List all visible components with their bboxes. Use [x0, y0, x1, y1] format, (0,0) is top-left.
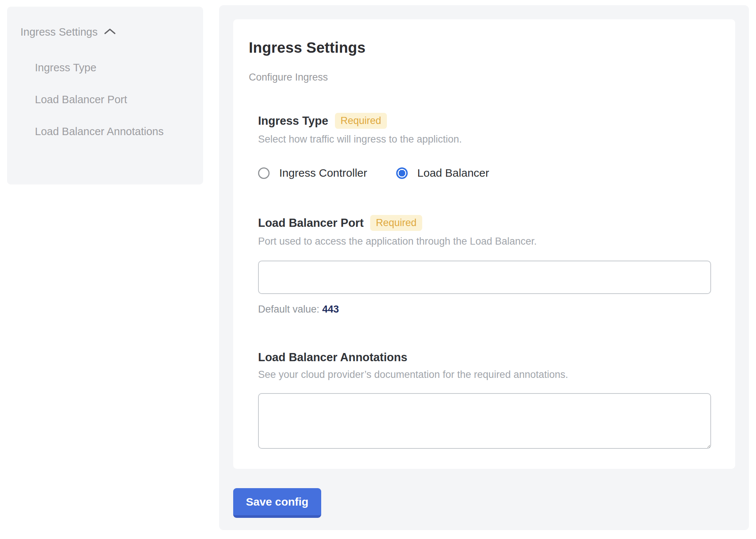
config-card: Ingress Settings Configure Ingress Ingre… — [233, 19, 735, 469]
radio-label: Load Balancer — [417, 167, 489, 179]
section-help-text: See your cloud provider’s documentation … — [258, 369, 735, 380]
sidebar-item-load-balancer-annotations[interactable]: Load Balancer Annotations — [35, 120, 172, 143]
section-load-balancer-port: Load Balancer Port Required Port used to… — [258, 215, 735, 315]
load-balancer-port-input[interactable] — [258, 261, 711, 294]
sidebar-item-load-balancer-port[interactable]: Load Balancer Port — [35, 88, 172, 111]
section-heading: Load Balancer Annotations — [258, 351, 407, 364]
default-value: 443 — [322, 304, 339, 315]
radio-option-ingress-controller[interactable]: Ingress Controller — [258, 167, 367, 179]
required-badge: Required — [335, 113, 387, 129]
ingress-type-radio-group: Ingress Controller Load Balancer — [258, 167, 735, 179]
sidebar-item-ingress-type[interactable]: Ingress Type — [35, 56, 172, 79]
required-badge: Required — [370, 215, 422, 231]
sidebar-group-label: Ingress Settings — [20, 25, 98, 39]
config-main-panel: Ingress Settings Configure Ingress Ingre… — [219, 5, 749, 530]
page-title: Ingress Settings — [249, 39, 735, 56]
sidebar-group-ingress-settings[interactable]: Ingress Settings — [20, 25, 192, 39]
page-subtitle: Configure Ingress — [249, 72, 735, 83]
save-config-button[interactable]: Save config — [233, 488, 321, 518]
default-value-label: Default value: — [258, 304, 319, 315]
load-balancer-annotations-textarea[interactable] — [258, 393, 711, 449]
radio-unselected-icon[interactable] — [258, 167, 270, 179]
section-heading-row: Load Balancer Port Required — [258, 215, 735, 231]
radio-label: Ingress Controller — [279, 167, 367, 179]
section-help-text: Select how traffic will ingress to the a… — [258, 134, 735, 145]
radio-selected-icon[interactable] — [396, 167, 408, 179]
chevron-up-icon[interactable] — [104, 25, 116, 39]
section-load-balancer-annotations: Load Balancer Annotations See your cloud… — [258, 351, 735, 449]
section-heading-row: Ingress Type Required — [258, 113, 735, 129]
default-value-line: Default value: 443 — [258, 304, 735, 315]
section-heading: Ingress Type — [258, 114, 328, 128]
section-help-text: Port used to access the application thro… — [258, 236, 735, 247]
sidebar-item-list: Ingress Type Load Balancer Port Load Bal… — [20, 56, 192, 143]
radio-option-load-balancer[interactable]: Load Balancer — [396, 167, 489, 179]
section-heading-row: Load Balancer Annotations — [258, 351, 735, 364]
config-sidebar: Ingress Settings Ingress Type Load Balan… — [7, 7, 203, 184]
config-sections: Ingress Type Required Select how traffic… — [258, 113, 735, 449]
section-ingress-type: Ingress Type Required Select how traffic… — [258, 113, 735, 179]
section-heading: Load Balancer Port — [258, 216, 364, 230]
